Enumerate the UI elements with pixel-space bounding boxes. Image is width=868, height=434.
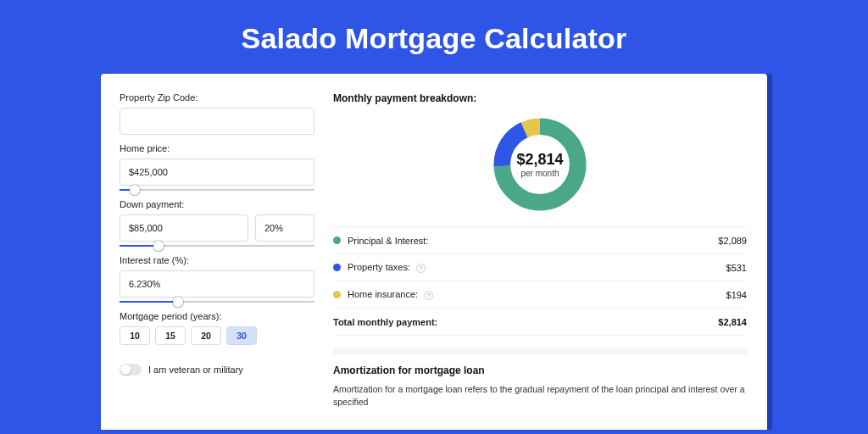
period-label: Mortgage period (years): (120, 311, 314, 321)
home-price-label: Home price: (120, 143, 314, 153)
amortization-section: Amortization for mortgage loan Amortizat… (333, 348, 747, 409)
zip-label: Property Zip Code: (120, 92, 314, 103)
breakdown-label: Property taxes: ? (348, 262, 726, 273)
breakdown-value: $2,089 (718, 236, 747, 246)
period-option-20[interactable]: 20 (191, 326, 221, 345)
breakdown-row: Principal & Interest: $2,089 (333, 227, 747, 254)
down-payment-input[interactable] (120, 214, 248, 242)
page-title: Salado Mortgage Calculator (0, 0, 868, 74)
breakdown-label: Principal & Interest: (348, 236, 718, 246)
breakdown-value: $531 (726, 263, 747, 273)
home-price-slider-thumb[interactable] (130, 185, 140, 195)
breakdown-total-row: Total monthly payment:$2,814 (333, 309, 747, 336)
total-label: Total monthly payment: (333, 317, 718, 327)
period-option-30[interactable]: 30 (226, 326, 257, 345)
period-option-10[interactable]: 10 (120, 326, 150, 345)
breakdown-list: Principal & Interest: $2,089Property tax… (333, 226, 747, 336)
form-column: Property Zip Code: Home price: Down paym… (101, 81, 321, 430)
donut-chart-wrap: $2,814 per month (333, 111, 747, 226)
legend-dot (333, 291, 341, 298)
breakdown-value: $194 (726, 290, 747, 300)
calculator-card: Property Zip Code: Home price: Down paym… (101, 74, 767, 430)
down-payment-slider-thumb[interactable] (153, 241, 164, 251)
donut-chart: $2,814 per month (490, 114, 590, 214)
home-price-input[interactable] (120, 159, 314, 186)
veteran-label: I am veteran or military (148, 364, 243, 375)
amortization-text: Amortization for a mortgage loan refers … (333, 383, 747, 409)
interest-slider[interactable] (120, 301, 314, 303)
amortization-title: Amortization for mortgage loan (333, 364, 747, 376)
donut-amount: $2,814 (516, 151, 563, 169)
breakdown-label: Home insurance: ? (348, 289, 726, 300)
help-icon[interactable]: ? (424, 291, 433, 300)
breakdown-title: Monthly payment breakdown: (333, 92, 747, 104)
down-payment-pct-input[interactable] (255, 214, 314, 242)
home-price-slider[interactable] (120, 189, 314, 191)
veteran-toggle[interactable] (120, 364, 142, 376)
period-option-15[interactable]: 15 (155, 326, 186, 345)
total-value: $2,814 (718, 317, 747, 327)
help-icon[interactable]: ? (416, 264, 426, 273)
down-payment-label: Down payment: (120, 199, 314, 209)
breakdown-column: Monthly payment breakdown: $2,814 per mo… (321, 81, 767, 430)
interest-slider-thumb[interactable] (173, 297, 183, 307)
interest-slider-fill (120, 301, 178, 303)
legend-dot (333, 264, 341, 271)
breakdown-row: Property taxes: ?$531 (333, 254, 747, 281)
down-payment-slider[interactable] (120, 245, 314, 247)
interest-label: Interest rate (%): (120, 255, 314, 265)
period-options: 10152030 (120, 326, 314, 345)
legend-dot (333, 236, 341, 244)
interest-input[interactable] (120, 270, 314, 298)
zip-input[interactable] (120, 108, 314, 135)
breakdown-row: Home insurance: ?$194 (333, 281, 747, 309)
donut-sub: per month (520, 169, 559, 178)
